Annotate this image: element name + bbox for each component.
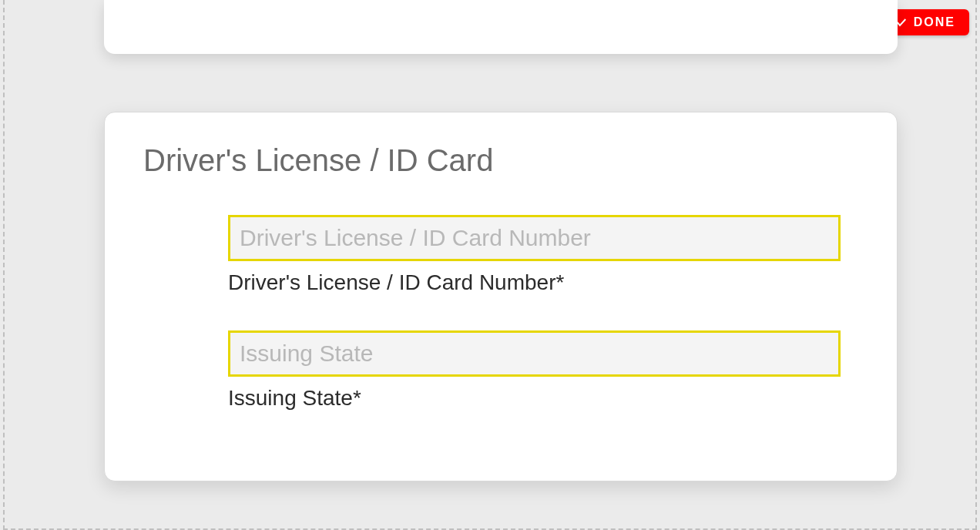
license-number-group: Driver's License / ID Card Number* (228, 215, 841, 295)
card-title: Driver's License / ID Card (143, 143, 858, 178)
issuing-state-input[interactable] (228, 330, 841, 377)
fields-container: Driver's License / ID Card Number* Issui… (228, 215, 841, 411)
issuing-state-label: Issuing State* (228, 386, 841, 411)
drivers-license-card: Driver's License / ID Card Driver's Lice… (104, 112, 898, 481)
previous-card-edge (104, 0, 898, 54)
done-button-label: DONE (914, 15, 955, 29)
issuing-state-group: Issuing State* (228, 330, 841, 411)
license-number-input[interactable] (228, 215, 841, 261)
license-number-label: Driver's License / ID Card Number* (228, 270, 841, 295)
